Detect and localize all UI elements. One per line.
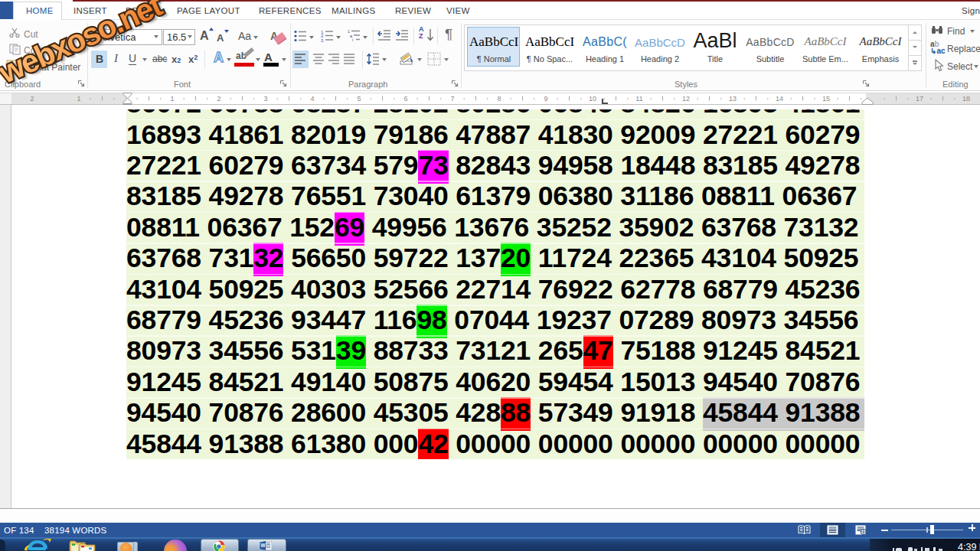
svg-text:8: 8 [497,95,501,103]
svg-text:13: 13 [729,95,737,103]
svg-text:5: 5 [357,95,361,103]
svg-text:i: i [352,37,353,42]
svg-text:11: 11 [635,95,642,103]
svg-text:1: 1 [170,95,174,103]
svg-text:3: 3 [321,38,324,43]
svg-text:17: 17 [916,95,923,103]
svg-text:10: 10 [589,95,596,103]
svg-text:9: 9 [544,95,547,103]
svg-text:6: 6 [403,95,407,103]
svg-text:4: 4 [310,95,314,103]
svg-text:1: 1 [77,95,80,103]
svg-text:2: 2 [30,95,34,103]
svg-text:15: 15 [822,95,830,103]
svg-text:12: 12 [682,95,690,103]
svg-text:7: 7 [450,95,454,103]
svg-text:2: 2 [217,95,220,103]
svg-text:14: 14 [776,95,783,103]
svg-text:18: 18 [962,95,970,103]
svg-text:W: W [261,543,266,548]
svg-text:3: 3 [263,95,267,103]
